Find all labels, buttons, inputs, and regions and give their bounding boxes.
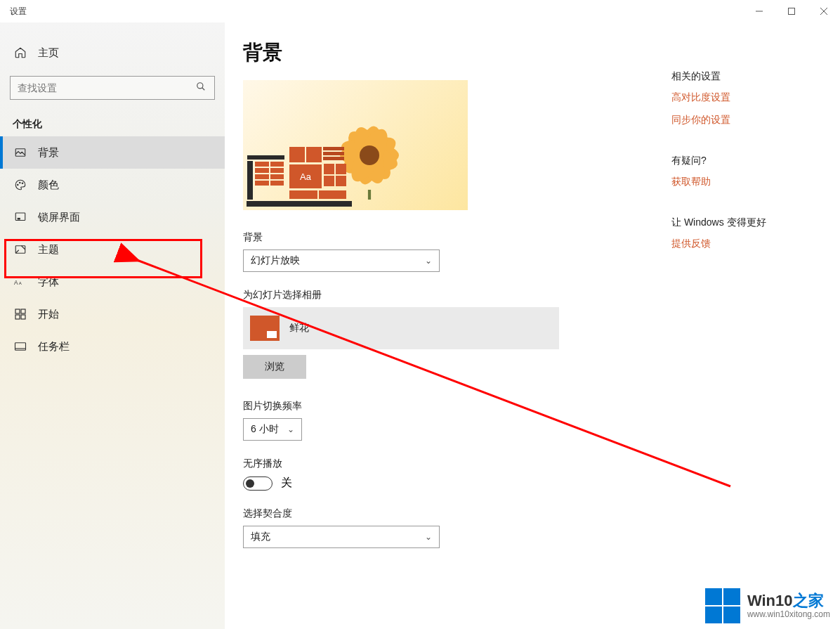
chevron-down-icon: ⌄	[287, 424, 294, 434]
svg-rect-1	[789, 8, 795, 15]
frequency-label: 图片切换频率	[243, 400, 822, 413]
svg-rect-19	[15, 343, 26, 351]
fit-dropdown[interactable]: 填充 ⌄	[243, 526, 440, 548]
svg-rect-17	[15, 315, 20, 319]
shuffle-label: 无序播放	[243, 458, 822, 470]
picture-icon	[13, 145, 28, 160]
start-icon	[13, 306, 28, 322]
desktop-preview: Aa	[243, 80, 468, 210]
dropdown-value: 幻灯片放映	[251, 254, 300, 267]
section-title: 个性化	[0, 100, 225, 136]
svg-line-5	[202, 88, 205, 91]
search-icon	[196, 82, 207, 94]
svg-point-9	[22, 183, 23, 184]
nav-label: 主题	[38, 243, 59, 257]
palette-icon	[13, 177, 28, 193]
nav-themes[interactable]: 主题	[0, 233, 225, 266]
nav-label: 背景	[38, 146, 59, 160]
improve-heading: 让 Windows 变得更好	[671, 216, 819, 229]
svg-text:A: A	[19, 281, 22, 285]
page-title: 背景	[243, 39, 822, 66]
browse-button[interactable]: 浏览	[243, 355, 306, 379]
nav-taskbar[interactable]: 任务栏	[0, 330, 225, 363]
taskbar-icon	[13, 339, 28, 354]
album-name: 鲜花	[289, 322, 309, 335]
watermark: Win10之家 www.win10xitong.com	[705, 588, 830, 623]
svg-rect-16	[21, 309, 25, 313]
chevron-down-icon: ⌄	[425, 532, 432, 542]
nav-colors[interactable]: 颜色	[0, 169, 225, 201]
home-icon	[13, 45, 28, 60]
svg-point-8	[20, 182, 21, 183]
home-link[interactable]: 主页	[0, 39, 225, 66]
shuffle-toggle[interactable]	[243, 476, 273, 491]
nav-fonts[interactable]: AA 字体	[0, 266, 225, 298]
background-dropdown[interactable]: 幻灯片放映 ⌄	[243, 249, 440, 272]
frequency-dropdown[interactable]: 6 小时 ⌄	[243, 418, 302, 441]
high-contrast-link[interactable]: 高对比度设置	[671, 91, 819, 104]
nav-label: 开始	[38, 308, 59, 321]
font-icon: AA	[13, 274, 28, 290]
nav-start[interactable]: 开始	[0, 298, 225, 330]
album-label: 为幻灯片选择相册	[243, 289, 822, 301]
fit-label: 选择契合度	[243, 507, 822, 520]
maximize-button[interactable]	[775, 0, 808, 22]
related-heading: 相关的设置	[671, 70, 819, 83]
svg-point-4	[197, 83, 203, 89]
nav-lockscreen[interactable]: 锁屏界面	[0, 201, 225, 233]
window-title: 设置	[10, 6, 27, 18]
svg-point-7	[18, 184, 19, 186]
dropdown-value: 填充	[251, 531, 270, 543]
svg-rect-11	[18, 219, 20, 220]
get-help-link[interactable]: 获取帮助	[671, 176, 819, 188]
svg-rect-15	[15, 309, 20, 313]
nav-label: 任务栏	[38, 340, 70, 354]
close-button[interactable]	[808, 0, 840, 22]
home-label: 主页	[38, 46, 59, 60]
album-row[interactable]: 鲜花	[243, 307, 559, 349]
nav-label: 字体	[38, 275, 59, 289]
search-input-container[interactable]	[10, 76, 215, 100]
theme-icon	[13, 242, 28, 257]
shuffle-value: 关	[281, 476, 292, 491]
svg-rect-18	[21, 315, 25, 319]
svg-point-28	[360, 145, 379, 165]
preview-aa-tile: Aa	[289, 164, 322, 188]
sync-settings-link[interactable]: 同步你的设置	[671, 114, 819, 127]
minimize-button[interactable]	[743, 0, 775, 22]
nav-label: 颜色	[38, 179, 59, 192]
nav-background[interactable]: 背景	[0, 136, 225, 169]
search-input[interactable]	[18, 82, 196, 93]
dropdown-value: 6 小时	[251, 423, 279, 436]
chevron-down-icon: ⌄	[425, 256, 432, 266]
feedback-link[interactable]: 提供反馈	[671, 238, 819, 250]
svg-text:A: A	[14, 280, 18, 286]
nav-label: 锁屏界面	[38, 211, 80, 224]
lockscreen-icon	[13, 209, 28, 225]
question-heading: 有疑问?	[671, 155, 819, 167]
svg-rect-10	[15, 213, 25, 221]
album-thumbnail	[250, 316, 280, 341]
